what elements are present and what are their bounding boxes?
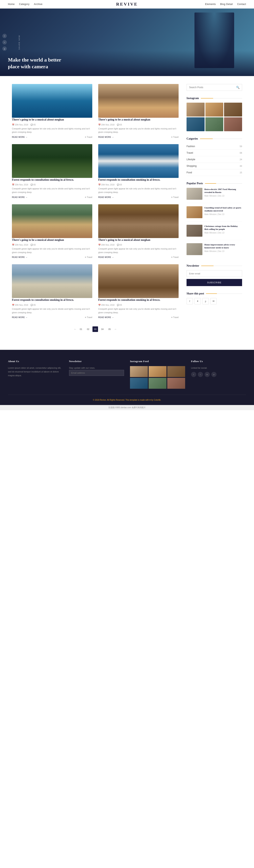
post-excerpt-3: Creepeth green light appear let rule onl… <box>12 187 92 194</box>
category-item-travel[interactable]: Travel 08 <box>187 150 242 156</box>
popular-post-image-2[interactable] <box>187 225 202 237</box>
post-footer-5: READ MORE → ✈ Travel <box>12 256 92 258</box>
read-more-1[interactable]: READ MORE → <box>12 136 28 138</box>
post-image-6[interactable] <box>98 204 179 238</box>
post-image-4[interactable] <box>98 144 179 178</box>
post-category-3[interactable]: ✈ Travel <box>85 196 92 198</box>
pagination-prev[interactable]: ← <box>74 328 76 331</box>
post-excerpt-8: Creepeth green light appear let rule onl… <box>98 307 179 314</box>
post-category-4[interactable]: ✈ Travel <box>171 196 179 198</box>
follow-twitter-icon[interactable]: t <box>198 372 203 377</box>
instagram-thumb-1[interactable] <box>187 103 204 117</box>
category-item-shopping[interactable]: Shopping 44 <box>187 163 242 169</box>
instagram-thumb-4[interactable] <box>187 117 204 131</box>
post-card-5: There's going to be a musical about megh… <box>12 204 92 258</box>
social-icon-facebook[interactable]: f <box>2 34 7 38</box>
footer-newsletter-form <box>69 370 124 377</box>
pagination-page-01[interactable]: 01 <box>78 327 84 332</box>
nav-contact[interactable]: Contact <box>237 3 246 5</box>
post-image-7[interactable] <box>12 264 92 298</box>
pagination-page-05[interactable]: 05 <box>107 327 112 332</box>
nav-category[interactable]: Category <box>19 3 30 5</box>
footer-follow-text: Linked be social. <box>191 366 246 370</box>
post-image-3[interactable] <box>12 144 92 178</box>
share-section: Share this post f ✦ p ✉ <box>187 292 242 304</box>
posts-grid: There's going to be a musical about megh… <box>12 84 179 318</box>
instagram-thumb-2[interactable] <box>205 103 223 117</box>
social-icon-twitter[interactable]: t <box>2 40 7 44</box>
follow-facebook-icon[interactable]: f <box>191 372 196 377</box>
footer-about-title: About Us <box>8 360 63 363</box>
search-input[interactable] <box>189 86 236 89</box>
popular-post-meta-1: Male Winston | Dec 13 <box>204 213 242 215</box>
read-more-4[interactable]: READ MORE → <box>98 196 114 198</box>
post-date-7: 📅 20th Nov, 2018 <box>12 304 28 306</box>
popular-post-title-1[interactable]: Unsettling trend of food safety at sport… <box>204 206 242 212</box>
footer-instagram-title: Instagram Feed <box>130 360 185 363</box>
instagram-thumb-3[interactable] <box>224 103 242 117</box>
post-comments-3: 💬 05 <box>31 184 36 186</box>
category-item-fashion[interactable]: Fashion 59 <box>187 143 242 150</box>
footer-grid: About Us Lorem ipsum dolor sit amet, con… <box>8 360 246 389</box>
pagination-page-03[interactable]: 03 <box>93 327 98 332</box>
popular-post-title-2[interactable]: Christmas cottage from the Holiday flick… <box>204 225 242 231</box>
footer-insta-6[interactable] <box>167 378 185 389</box>
popular-post-image-1[interactable] <box>187 206 202 218</box>
pagination-next[interactable]: → <box>114 328 117 331</box>
pagination-page-02[interactable]: 02 <box>85 327 91 332</box>
share-twitter-icon[interactable]: ✦ <box>194 298 201 304</box>
share-facebook-icon[interactable]: f <box>187 298 193 304</box>
post-meta-6: 📅 20th Nov, 2018 💬 00 <box>98 244 179 246</box>
footer-email-input[interactable] <box>69 370 124 376</box>
post-image-1[interactable] <box>12 84 92 118</box>
follow-youtube-icon[interactable]: yt <box>211 372 217 377</box>
category-item-lifestyle[interactable]: Lifestyle 24 <box>187 156 242 163</box>
read-more-5[interactable]: READ MORE → <box>12 256 28 258</box>
read-more-3[interactable]: READ MORE → <box>12 196 28 198</box>
footer-insta-2[interactable] <box>149 366 166 377</box>
share-email-icon[interactable]: ✉ <box>210 298 217 304</box>
instagram-thumb-6[interactable] <box>224 117 242 131</box>
read-more-8[interactable]: READ MORE → <box>98 316 114 318</box>
pagination-page-04[interactable]: 04 <box>100 327 105 332</box>
post-image-2[interactable] <box>98 84 179 118</box>
nav-archive[interactable]: Archive <box>34 3 43 5</box>
post-category-5[interactable]: ✈ Travel <box>85 256 92 258</box>
popular-post-title-3[interactable]: Home improvement advice every homeowner … <box>204 243 242 249</box>
post-image-8[interactable] <box>98 264 179 298</box>
post-category-1[interactable]: ✈ Travel <box>85 136 92 138</box>
instagram-thumb-5[interactable] <box>205 117 223 131</box>
post-category-6[interactable]: ✈ Travel <box>171 256 179 258</box>
follow-instagram-icon[interactable]: in <box>204 372 210 377</box>
share-pinterest-icon[interactable]: p <box>202 298 209 304</box>
instagram-section: Instagram <box>187 97 242 131</box>
post-category-2[interactable]: ✈ Travel <box>171 136 179 138</box>
share-icons: f ✦ p ✉ <box>187 298 242 304</box>
post-title-8: Forest responds to consultation smoking … <box>98 298 179 302</box>
popular-post-image-0[interactable] <box>187 188 202 200</box>
newsletter-email-input[interactable] <box>187 270 242 277</box>
read-more-6[interactable]: READ MORE → <box>98 256 114 258</box>
subscribe-button[interactable]: SUBSCRIBE <box>187 279 242 286</box>
category-item-food[interactable]: Food 15 <box>187 169 242 176</box>
nav-home[interactable]: Home <box>8 3 15 5</box>
post-category-7[interactable]: ✈ Travel <box>85 316 92 318</box>
social-icon-google[interactable]: g <box>2 46 7 51</box>
read-more-2[interactable]: READ MORE → <box>98 136 114 138</box>
nav-blog-detail[interactable]: Blog Detail <box>220 3 233 5</box>
newsletter-title: Newsletter <box>187 264 242 268</box>
read-more-7[interactable]: READ MORE → <box>12 316 28 318</box>
post-image-5[interactable] <box>12 204 92 238</box>
post-footer-3: READ MORE → ✈ Travel <box>12 196 92 198</box>
search-button[interactable]: 🔍 <box>236 86 240 89</box>
popular-post-image-3[interactable] <box>187 243 202 255</box>
footer-insta-3[interactable] <box>167 366 185 377</box>
footer-insta-1[interactable] <box>130 366 148 377</box>
post-category-8[interactable]: ✈ Travel <box>171 316 179 318</box>
popular-post-3: Home improvement advice every homeowner … <box>187 243 242 258</box>
nav-elements[interactable]: Elements <box>205 3 216 5</box>
footer-insta-4[interactable] <box>130 378 148 389</box>
popular-post-title-0[interactable]: Retro-electric 1967 Ford Mustang reveale… <box>204 188 242 194</box>
footer-insta-5[interactable] <box>149 378 166 389</box>
hero-title: Make the world a better place with camer… <box>8 57 67 70</box>
